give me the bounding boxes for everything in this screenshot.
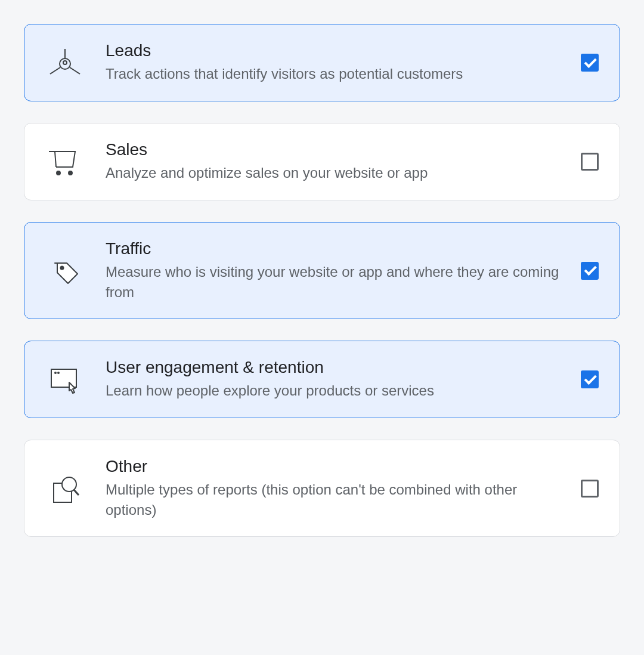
svg-point-1 [63,61,67,64]
option-text: Other Multiple types of reports (this op… [106,457,579,520]
checkbox-traffic[interactable] [579,260,600,282]
svg-point-13 [62,477,76,492]
option-description: Multiple types of reports (this option c… [106,480,565,520]
checkbox-engagement[interactable] [579,369,600,390]
svg-point-11 [58,372,59,373]
svg-point-8 [61,266,64,269]
option-card-traffic[interactable]: Traffic Measure who is visiting your web… [24,222,620,319]
svg-line-4 [70,67,80,74]
option-description: Track actions that identify visitors as … [106,64,565,84]
svg-point-7 [69,171,72,175]
option-text: Sales Analyze and optimize sales on your… [106,140,579,183]
checkbox-other[interactable] [579,478,600,499]
option-text: Traffic Measure who is visiting your web… [106,239,579,302]
option-text: User engagement & retention Learn how pe… [106,358,579,401]
svg-point-10 [55,372,56,373]
option-title: Sales [106,140,565,159]
option-description: Learn how people explore your products o… [106,381,565,401]
option-card-sales[interactable]: Sales Analyze and optimize sales on your… [24,123,620,200]
option-description: Analyze and optimize sales on your websi… [106,163,565,183]
tag-icon [44,249,86,292]
svg-line-3 [50,67,60,74]
svg-line-14 [74,490,79,495]
option-title: Leads [106,41,565,60]
option-title: Other [106,457,565,476]
checkbox-sales[interactable] [579,151,600,172]
svg-point-6 [57,171,60,175]
option-text: Leads Track actions that identify visito… [106,41,579,84]
option-description: Measure who is visiting your website or … [106,262,565,302]
search-doc-icon [44,467,86,510]
option-title: User engagement & retention [106,358,565,377]
option-card-engagement[interactable]: User engagement & retention Learn how pe… [24,341,620,418]
option-title: Traffic [106,239,565,258]
leads-icon [44,41,86,84]
checkbox-leads[interactable] [579,52,600,73]
cart-icon [44,140,86,183]
pointer-icon [44,358,86,401]
svg-line-5 [55,152,56,167]
option-card-other[interactable]: Other Multiple types of reports (this op… [24,440,620,537]
option-card-leads[interactable]: Leads Track actions that identify visito… [24,24,620,101]
